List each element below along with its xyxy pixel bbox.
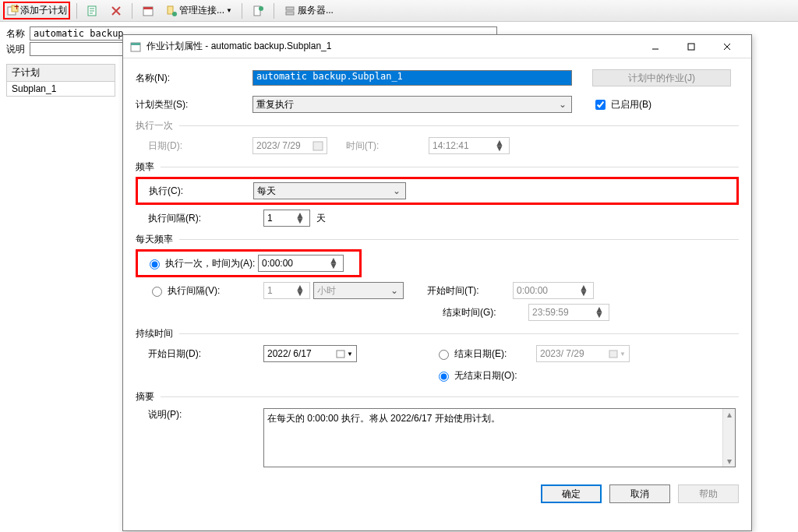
once-time-input: 14:12:41 ▲▼ — [429, 137, 510, 154]
once-time-label: 时间(T): — [327, 139, 397, 153]
freq-interval-label: 执行间隔(R): — [148, 212, 263, 225]
server-button[interactable]: 服务器... — [281, 2, 337, 19]
edit-icon — [87, 5, 99, 17]
calendar-icon — [142, 5, 154, 17]
name-label: 名称(N): — [136, 72, 252, 85]
end-date-radio[interactable]: 结束日期(E): — [435, 347, 536, 361]
duration-end-input: 2023/ 7/29 ▼ — [536, 345, 630, 362]
summary-textarea[interactable]: 在每天的 0:00:00 执行。将从 2022/6/17 开始使用计划。 ▴▾ — [263, 408, 736, 467]
no-end-date-radio-input[interactable] — [439, 372, 449, 382]
enabled-checkbox-input[interactable] — [595, 100, 606, 110]
desc-label: 说明 — [6, 43, 30, 56]
dialog-icon — [129, 41, 142, 53]
duration-start-input[interactable]: 2022/ 6/17 ▼ — [263, 345, 357, 362]
svg-rect-6 — [168, 6, 173, 14]
calendar-button[interactable] — [139, 3, 157, 19]
daily-interval-radio[interactable]: 执行间隔(V): — [148, 284, 263, 298]
subplan-row[interactable]: Subplan_1 — [6, 82, 115, 97]
server-icon — [284, 5, 296, 17]
report-icon — [252, 5, 264, 17]
svg-point-9 — [259, 6, 263, 11]
end-date-radio-input[interactable] — [439, 350, 449, 360]
subplan-table: 子计划 Subplan_1 — [6, 64, 115, 97]
svg-rect-14 — [688, 44, 694, 50]
manage-conn-label: 管理连接... — [179, 4, 224, 17]
enabled-label: 已启用(B) — [611, 98, 651, 111]
dialog-buttons: 确定 取消 帮助 — [123, 478, 751, 509]
help-button: 帮助 — [678, 484, 739, 503]
svg-rect-13 — [131, 43, 140, 45]
toolbar-separator — [242, 3, 242, 19]
calendar-dropdown-icon: ▼ — [336, 349, 353, 358]
spinner-icon: ▲▼ — [579, 285, 590, 296]
daily-interval-value: 1 ▲▼ — [263, 282, 310, 299]
server-label: 服务器... — [298, 4, 334, 17]
add-subplan-icon: + — [6, 5, 19, 17]
spinner-icon: ▲▼ — [595, 307, 606, 318]
freq-section-label: 频率 — [136, 160, 739, 174]
delete-button[interactable] — [107, 3, 125, 19]
daily-interval-unit-select: 小时 ⌄ — [313, 282, 404, 299]
edit-button[interactable] — [83, 3, 102, 19]
duration-start-label: 开始日期(D): — [148, 347, 263, 361]
summary-desc-label: 说明(P): — [148, 408, 263, 421]
subplan-header: 子计划 — [6, 64, 115, 82]
maximize-button[interactable] — [673, 36, 709, 58]
daily-once-radio[interactable]: 执行一次，时间为(A): — [141, 257, 258, 270]
svg-point-7 — [172, 12, 177, 16]
dialog-body: 名称(N): automatic backup.Subplan_1 计划中的作业… — [123, 58, 751, 478]
name-label: 名称 — [6, 27, 30, 41]
no-end-date-radio[interactable]: 无结束日期(O): — [435, 369, 517, 382]
svg-rect-15 — [313, 142, 323, 150]
add-subplan-label: 添加子计划 — [20, 4, 67, 17]
close-button[interactable] — [709, 36, 745, 58]
daily-start-input: 0:00:00 ▲▼ — [513, 282, 594, 299]
once-date-label: 日期(D): — [148, 139, 252, 153]
spinner-icon: ▲▼ — [329, 258, 340, 269]
ok-button[interactable]: 确定 — [541, 484, 602, 503]
calendar-icon — [312, 140, 323, 151]
add-subplan-button[interactable]: + 添加子计划 — [3, 2, 70, 19]
svg-rect-11 — [286, 12, 294, 15]
minimize-button[interactable] — [637, 36, 673, 58]
spinner-icon: ▲▼ — [295, 285, 306, 296]
daily-once-radio-input[interactable] — [150, 259, 160, 270]
freq-interval-unit: 天 — [316, 212, 326, 225]
type-value: 重复执行 — [256, 98, 294, 111]
report-button[interactable] — [249, 3, 267, 19]
schedule-dialog: 作业计划属性 - automatic backup.Subplan_1 名称(N… — [122, 34, 752, 531]
daily-end-input: 23:59:59 ▲▼ — [528, 304, 609, 321]
spinner-icon: ▲▼ — [495, 140, 506, 151]
toolbar-separator — [132, 3, 132, 19]
freq-exec-select[interactable]: 每天 ⌄ — [253, 182, 406, 199]
delete-icon — [110, 5, 122, 17]
svg-rect-10 — [286, 7, 294, 10]
once-section-label: 执行一次 — [136, 119, 739, 132]
freq-interval-input[interactable]: 1 ▲▼ — [263, 210, 310, 227]
chevron-down-icon: ⌄ — [389, 285, 400, 296]
summary-section-label: 摘要 — [136, 390, 739, 403]
titlebar: 作业计划属性 - automatic backup.Subplan_1 — [123, 35, 751, 58]
calendar-dropdown-icon: ▼ — [609, 349, 626, 358]
daily-once-time-input[interactable]: 0:00:00 ▲▼ — [258, 255, 344, 272]
daily-interval-radio-input[interactable] — [152, 287, 162, 297]
toolbar-separator — [76, 3, 77, 19]
svg-text:+: + — [14, 5, 19, 12]
enabled-checkbox[interactable]: 已启用(B) — [592, 97, 651, 112]
type-label: 计划类型(S): — [136, 98, 252, 111]
svg-rect-5 — [143, 7, 153, 9]
duration-section-label: 持续时间 — [136, 327, 739, 340]
scrollbar[interactable]: ▴▾ — [722, 409, 735, 467]
toolbar-separator — [274, 3, 274, 19]
main-toolbar: + 添加子计划 管理连接... ▼ 服务器... — [0, 0, 798, 22]
schedule-type-select[interactable]: 重复执行 ⌄ — [252, 96, 572, 113]
daily-end-label: 结束时间(G): — [443, 306, 528, 319]
dialog-title: 作业计划属性 - automatic backup.Subplan_1 — [147, 40, 637, 53]
manage-conn-button[interactable]: 管理连接... ▼ — [162, 2, 235, 19]
chevron-down-icon: ⌄ — [557, 99, 568, 110]
daily-start-label: 开始时间(T): — [427, 284, 513, 298]
daily-section-label: 每天频率 — [136, 233, 739, 246]
schedule-name-input[interactable]: automatic backup.Subplan_1 — [252, 70, 572, 86]
cancel-button[interactable]: 取消 — [609, 484, 670, 503]
once-date-input: 2023/ 7/29 — [252, 137, 327, 154]
